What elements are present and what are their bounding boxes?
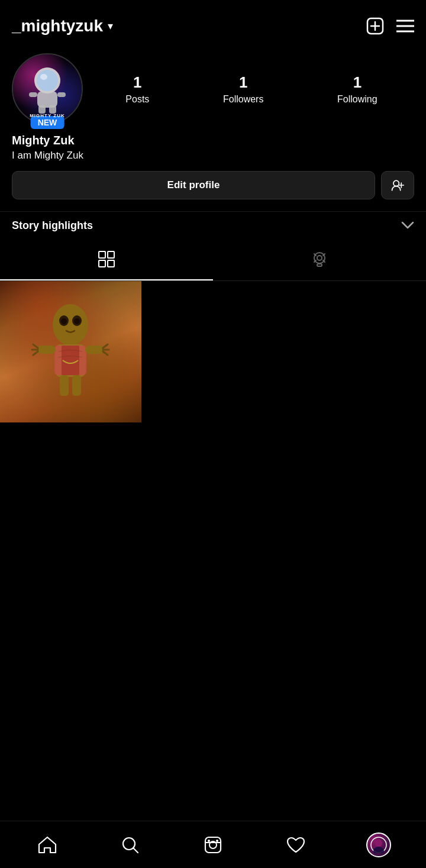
tab-tagged[interactable] xyxy=(213,242,426,280)
svg-point-41 xyxy=(216,840,218,842)
bottom-nav xyxy=(0,821,426,868)
search-icon xyxy=(121,836,139,854)
followers-stat[interactable]: 1 Followers xyxy=(223,73,263,105)
svg-rect-18 xyxy=(108,251,114,258)
svg-point-40 xyxy=(208,840,210,842)
home-icon xyxy=(38,836,57,854)
svg-rect-9 xyxy=(37,91,57,108)
tabs-row xyxy=(0,242,426,281)
tab-grid[interactable] xyxy=(0,242,213,280)
followers-label: Followers xyxy=(223,94,263,105)
svg-rect-11 xyxy=(57,92,66,97)
nav-home[interactable] xyxy=(30,827,65,863)
svg-rect-33 xyxy=(85,346,104,354)
svg-point-21 xyxy=(314,253,325,263)
reels-icon xyxy=(204,836,222,854)
add-friend-button[interactable] xyxy=(381,171,414,199)
svg-point-44 xyxy=(375,840,382,847)
username-chevron-icon: ▾ xyxy=(108,20,113,33)
groot-post-image xyxy=(0,281,141,422)
profile-section: MIGHTY ZUK NEW 1 Posts 1 Followers 1 Fol… xyxy=(0,47,426,199)
svg-line-37 xyxy=(133,848,138,853)
svg-rect-34 xyxy=(60,375,69,396)
nav-search[interactable] xyxy=(112,827,148,863)
following-label: Following xyxy=(337,94,377,105)
profile-name: Mighty Zuk xyxy=(12,134,414,147)
story-highlights[interactable]: Story highlights xyxy=(0,211,426,240)
svg-point-45 xyxy=(373,847,384,853)
action-buttons: Edit profile xyxy=(12,171,414,199)
nav-heart[interactable] xyxy=(278,827,314,863)
username-text: _mightyzuk xyxy=(12,17,103,36)
svg-rect-19 xyxy=(99,260,105,267)
svg-rect-35 xyxy=(72,375,81,396)
stats-row: 1 Posts 1 Followers 1 Following xyxy=(89,73,414,105)
edit-profile-button[interactable]: Edit profile xyxy=(12,171,375,199)
avatar: MIGHTY ZUK xyxy=(12,53,83,124)
posts-stat[interactable]: 1 Posts xyxy=(125,73,149,105)
svg-rect-10 xyxy=(29,92,37,97)
avatar-astronaut-svg xyxy=(27,64,68,114)
posts-grid xyxy=(0,281,426,422)
heart-icon xyxy=(286,836,305,854)
profile-bio: I am Mighty Zuk xyxy=(12,150,414,162)
svg-rect-23 xyxy=(317,264,322,266)
svg-rect-32 xyxy=(37,346,56,354)
svg-rect-17 xyxy=(99,251,105,258)
posts-label: Posts xyxy=(125,94,149,105)
nav-reels[interactable] xyxy=(195,827,231,863)
grid-icon xyxy=(98,250,115,272)
svg-point-22 xyxy=(317,256,322,260)
add-person-icon xyxy=(391,178,404,193)
avatar-inner: MIGHTY ZUK xyxy=(13,54,82,123)
header-icons xyxy=(366,17,414,36)
tagged-icon xyxy=(311,250,328,272)
story-highlights-label: Story highlights xyxy=(12,220,93,232)
svg-rect-20 xyxy=(108,260,114,267)
svg-point-27 xyxy=(61,318,67,324)
profile-top-row: MIGHTY ZUK NEW 1 Posts 1 Followers 1 Fol… xyxy=(12,53,414,124)
following-count: 1 xyxy=(353,73,362,92)
nav-profile-avatar xyxy=(366,832,391,857)
story-highlights-chevron-icon[interactable] xyxy=(401,219,414,233)
nav-avatar-svg xyxy=(370,837,387,853)
svg-point-14 xyxy=(393,180,399,186)
post-item-1[interactable] xyxy=(0,281,141,422)
svg-point-7 xyxy=(37,70,58,91)
svg-rect-12 xyxy=(38,105,46,114)
svg-point-24 xyxy=(53,304,88,346)
add-post-button[interactable] xyxy=(366,17,385,36)
avatar-label: MIGHTY ZUK xyxy=(30,113,65,118)
top-header: _mightyzuk ▾ xyxy=(0,0,426,47)
menu-button[interactable] xyxy=(396,19,414,33)
avatar-container[interactable]: MIGHTY ZUK NEW xyxy=(12,53,83,124)
posts-count: 1 xyxy=(133,73,141,92)
svg-rect-38 xyxy=(205,837,221,853)
svg-point-8 xyxy=(40,74,47,80)
groot-svg xyxy=(26,292,115,411)
svg-rect-13 xyxy=(49,105,56,114)
svg-point-28 xyxy=(74,318,80,324)
nav-profile[interactable] xyxy=(361,827,396,863)
following-stat[interactable]: 1 Following xyxy=(337,73,377,105)
followers-count: 1 xyxy=(239,73,247,92)
username-area[interactable]: _mightyzuk ▾ xyxy=(12,17,113,36)
